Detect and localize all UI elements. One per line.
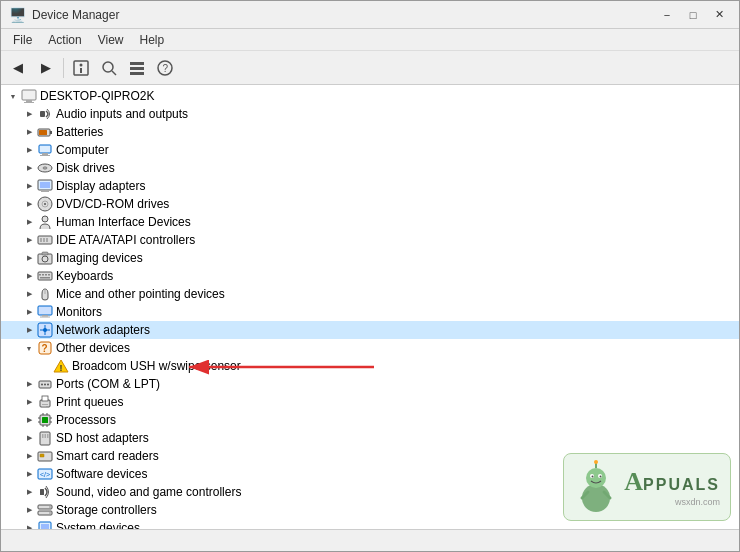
monitors-label: Monitors — [56, 305, 102, 319]
svg-rect-5 — [130, 62, 144, 65]
tree-item-display[interactable]: Display adapters — [1, 177, 739, 195]
tree-item-mice[interactable]: Mice and other pointing devices — [1, 285, 739, 303]
expander-computer[interactable] — [21, 142, 37, 158]
tree-item-sd[interactable]: SD host adapters — [1, 429, 739, 447]
svg-rect-41 — [40, 277, 50, 279]
expander-smartcard[interactable] — [21, 448, 37, 464]
minimize-button[interactable]: − — [655, 5, 679, 25]
batteries-icon — [37, 124, 53, 140]
svg-rect-2 — [80, 68, 82, 73]
svg-text:</>: </> — [40, 471, 50, 478]
expander-dvd[interactable] — [21, 196, 37, 212]
menu-file[interactable]: File — [5, 31, 40, 49]
svg-rect-15 — [50, 131, 52, 134]
ide-icon — [37, 232, 53, 248]
tree-item-audio[interactable]: Audio inputs and outputs — [1, 105, 739, 123]
expander-processors[interactable] — [21, 412, 37, 428]
sd-label: SD host adapters — [56, 431, 149, 445]
menu-view[interactable]: View — [90, 31, 132, 49]
maximize-button[interactable]: □ — [681, 5, 705, 25]
toolbar-separator-1 — [63, 58, 64, 78]
expander-batteries[interactable] — [21, 124, 37, 140]
toolbar-help[interactable]: ? — [152, 55, 178, 81]
expander-monitors[interactable] — [21, 304, 37, 320]
menu-action[interactable]: Action — [40, 31, 89, 49]
expander-broadcom — [37, 358, 53, 374]
expander-root[interactable] — [5, 88, 21, 104]
expander-network[interactable] — [21, 322, 37, 338]
svg-rect-88 — [41, 524, 49, 529]
svg-rect-74 — [40, 432, 50, 445]
tree-item-smartcard[interactable]: Smart card readers — [1, 447, 739, 465]
expander-imaging[interactable] — [21, 250, 37, 266]
system-label: System devices — [56, 521, 140, 529]
expander-system[interactable] — [21, 520, 37, 529]
svg-point-86 — [49, 512, 51, 514]
expander-ide[interactable] — [21, 232, 37, 248]
display-label: Display adapters — [56, 179, 145, 193]
tree-item-broadcom[interactable]: ! Broadcom USH w/swipe sensor — [1, 357, 739, 375]
tree-item-software[interactable]: </> Software devices — [1, 465, 739, 483]
expander-keyboards[interactable] — [21, 268, 37, 284]
tree-item-other[interactable]: ? Other devices — [1, 339, 739, 357]
tree-item-dvd[interactable]: DVD/CD-ROM drives — [1, 195, 739, 213]
tree-item-root[interactable]: DESKTOP-QIPRO2K — [1, 87, 739, 105]
tree-item-processors[interactable]: Processors — [1, 411, 739, 429]
svg-point-57 — [41, 384, 43, 386]
tree-item-disk[interactable]: Disk drives — [1, 159, 739, 177]
toolbar-back[interactable]: ◀ — [5, 55, 31, 81]
tree-item-storage[interactable]: Storage controllers — [1, 501, 739, 519]
print-icon — [37, 394, 53, 410]
tree-item-computer[interactable]: Computer — [1, 141, 739, 159]
tree-item-network[interactable]: Network adapters — [1, 321, 739, 339]
tree-item-ports[interactable]: Ports (COM & LPT) — [1, 375, 739, 393]
toolbar-forward[interactable]: ▶ — [33, 55, 59, 81]
expander-sound[interactable] — [21, 484, 37, 500]
expander-audio[interactable] — [21, 106, 37, 122]
expander-software[interactable] — [21, 466, 37, 482]
svg-rect-31 — [43, 238, 45, 242]
menu-help[interactable]: Help — [132, 31, 173, 49]
toolbar-properties[interactable] — [68, 55, 94, 81]
expander-other[interactable] — [21, 340, 37, 356]
tree-item-monitors[interactable]: Monitors — [1, 303, 739, 321]
root-label: DESKTOP-QIPRO2K — [40, 89, 154, 103]
tree-item-batteries[interactable]: Batteries — [1, 123, 739, 141]
svg-rect-10 — [22, 90, 36, 100]
tree-item-hid[interactable]: Human Interface Devices — [1, 213, 739, 231]
svg-point-58 — [44, 384, 46, 386]
svg-rect-7 — [130, 72, 144, 75]
svg-rect-79 — [40, 454, 44, 457]
toolbar-scan[interactable] — [96, 55, 122, 81]
ports-icon — [37, 376, 53, 392]
imaging-label: Imaging devices — [56, 251, 143, 265]
expander-mice[interactable] — [21, 286, 37, 302]
device-tree-content[interactable]: DESKTOP-QIPRO2K Audio inputs and outputs… — [1, 85, 739, 529]
expander-print[interactable] — [21, 394, 37, 410]
mice-label: Mice and other pointing devices — [56, 287, 225, 301]
toolbar-view[interactable] — [124, 55, 150, 81]
tree-item-keyboards[interactable]: Keyboards — [1, 267, 739, 285]
tree-item-ide[interactable]: IDE ATA/ATAPI controllers — [1, 231, 739, 249]
expander-disk[interactable] — [21, 160, 37, 176]
processors-label: Processors — [56, 413, 116, 427]
svg-point-21 — [43, 167, 47, 169]
display-icon — [37, 178, 53, 194]
tree-item-print[interactable]: Print queues — [1, 393, 739, 411]
tree-item-system[interactable]: System devices — [1, 519, 739, 529]
close-button[interactable]: ✕ — [707, 5, 731, 25]
tree-item-sound[interactable]: Sound, video and game controllers — [1, 483, 739, 501]
svg-rect-13 — [40, 111, 45, 117]
svg-rect-6 — [130, 67, 144, 70]
svg-point-85 — [49, 506, 51, 508]
tree-item-imaging[interactable]: Imaging devices — [1, 249, 739, 267]
expander-hid[interactable] — [21, 214, 37, 230]
title-bar-left: 🖥️ Device Manager — [9, 7, 119, 23]
svg-rect-44 — [42, 315, 48, 317]
expander-ports[interactable] — [21, 376, 37, 392]
title-bar-controls: − □ ✕ — [655, 5, 731, 25]
expander-display[interactable] — [21, 178, 37, 194]
expander-storage[interactable] — [21, 502, 37, 518]
ports-label: Ports (COM & LPT) — [56, 377, 160, 391]
expander-sd[interactable] — [21, 430, 37, 446]
